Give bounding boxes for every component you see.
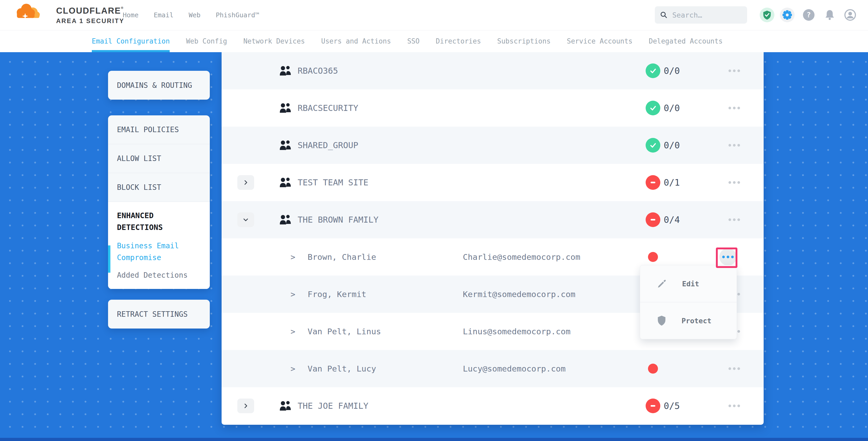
search-bar[interactable] <box>655 6 747 24</box>
group-icon <box>279 102 292 114</box>
status-alert-dot <box>648 364 658 374</box>
tab-users-and-actions[interactable]: Users and Actions <box>321 30 391 52</box>
status-alert-badge <box>646 175 660 190</box>
more-button[interactable] <box>718 89 750 127</box>
more-button-hover-circle <box>719 248 737 265</box>
sidebar-item-allow-list[interactable]: ALLOW LIST <box>108 144 210 173</box>
cloudflare-logo[interactable]: CLOUDFLARE® AREA 1 SECURITY <box>15 2 125 28</box>
check-icon <box>649 104 657 112</box>
tab-web-config[interactable]: Web Config <box>186 30 227 52</box>
nav-phishguard[interactable]: PhishGuard™ <box>216 11 259 19</box>
shield-check-icon <box>762 10 772 20</box>
settings-button[interactable] <box>780 8 795 22</box>
account-icon <box>844 9 857 21</box>
notifications-button[interactable] <box>823 8 837 22</box>
protection-count: 0/0 <box>664 52 680 89</box>
nav-home[interactable]: Home <box>123 11 138 19</box>
context-menu-item-edit[interactable]: Edit <box>640 265 737 302</box>
tab-subscriptions[interactable]: Subscriptions <box>497 30 551 52</box>
ellipsis-icon <box>722 256 734 258</box>
row-actions-context-menu: Edit Protect <box>640 265 737 339</box>
help-button[interactable]: ? <box>801 8 816 22</box>
sidebar-card-domains-routing: DOMAINS & ROUTING <box>108 71 210 100</box>
table-row: RBACO365 0/0 <box>222 52 764 89</box>
more-button[interactable] <box>718 387 750 424</box>
ellipsis-icon <box>728 144 740 147</box>
status-alert-badge <box>646 212 660 227</box>
primary-nav: Home Email Web PhishGuard™ <box>123 0 259 30</box>
group-icon <box>279 400 292 412</box>
check-icon <box>649 67 657 75</box>
nav-email[interactable]: Email <box>154 11 173 19</box>
tab-directories[interactable]: Directories <box>436 30 481 52</box>
ellipsis-icon <box>728 405 740 407</box>
member-email: Linus@somedemocorp.com <box>463 313 570 350</box>
sidebar-item-email-policies[interactable]: EMAIL POLICIES <box>108 115 210 144</box>
tab-email-configuration[interactable]: Email Configuration <box>92 30 170 52</box>
secondary-nav: Email Configuration Web Config Network D… <box>0 30 868 52</box>
table-row: THE BROWN FAMILY 0/4 <box>222 201 764 238</box>
ellipsis-icon <box>728 69 740 72</box>
brand-text: CLOUDFLARE® AREA 1 SECURITY <box>56 6 124 25</box>
member-name: Van Pelt, Lucy <box>308 350 376 387</box>
ellipsis-icon <box>728 218 740 221</box>
member-email: Charlie@somedemocorp.com <box>463 238 580 276</box>
more-button[interactable] <box>718 127 750 164</box>
member-email: Lucy@somedemocorp.com <box>463 350 566 387</box>
member-marker: > <box>290 313 295 350</box>
chevron-right-icon <box>243 403 248 409</box>
tab-delegated-accounts[interactable]: Delegated Accounts <box>649 30 723 52</box>
group-name: RBACO365 <box>298 52 338 89</box>
minus-icon <box>649 402 657 410</box>
group-icon <box>279 214 292 225</box>
sidebar-item-business-email-compromise[interactable]: Business Email Compromise <box>117 240 201 264</box>
group-icon <box>279 139 292 151</box>
tab-network-devices[interactable]: Network Devices <box>243 30 305 52</box>
sidebar-item-domains-routing[interactable]: DOMAINS & ROUTING <box>108 71 210 100</box>
group-icon <box>279 65 292 76</box>
protection-count: 0/0 <box>664 89 680 127</box>
table-row: > Van Pelt, Lucy Lucy@somedemocorp.com <box>222 350 764 387</box>
directory-table: RBACO365 0/0 RBACSECURITY 0/0 SHARED_GRO… <box>222 52 764 425</box>
group-name: TEST TEAM SITE <box>298 164 368 201</box>
table-row: RBACSECURITY 0/0 <box>222 89 764 127</box>
expand-row-button[interactable] <box>237 175 254 190</box>
sidebar-item-block-list[interactable]: BLOCK LIST <box>108 173 210 202</box>
sidebar-item-enhanced-detections[interactable]: ENHANCED DETECTIONS <box>117 210 201 233</box>
account-button[interactable] <box>843 8 858 22</box>
svg-text:?: ? <box>807 11 811 19</box>
member-email: Kermit@somedemocorp.com <box>463 276 575 313</box>
bottom-accent-strip <box>0 438 868 441</box>
brand-subtitle: AREA 1 SECURITY <box>56 17 124 25</box>
help-icon: ? <box>802 9 815 21</box>
protection-count: 0/1 <box>664 164 680 201</box>
search-icon <box>660 10 668 20</box>
minus-icon <box>649 216 657 224</box>
collapse-row-button[interactable] <box>237 212 254 227</box>
gear-icon <box>782 10 793 20</box>
nav-web[interactable]: Web <box>189 11 200 19</box>
context-menu-item-protect[interactable]: Protect <box>640 302 737 339</box>
group-name: RBACSECURITY <box>298 89 358 127</box>
more-button[interactable] <box>718 201 750 238</box>
status-ok-badge <box>646 101 660 115</box>
search-input[interactable] <box>672 11 742 20</box>
app-header: CLOUDFLARE® AREA 1 SECURITY Home Email W… <box>0 0 868 30</box>
status-ok-badge <box>646 63 660 78</box>
cloudflare-cloud-icon <box>15 3 41 21</box>
minus-icon <box>649 178 657 187</box>
shield-icon <box>657 315 666 326</box>
more-button[interactable] <box>718 350 750 387</box>
sidebar-item-added-detections[interactable]: Added Detections <box>117 271 201 280</box>
member-marker: > <box>290 276 295 313</box>
sidebar-item-retract-settings[interactable]: RETRACT SETTINGS <box>108 300 210 328</box>
tab-service-accounts[interactable]: Service Accounts <box>567 30 632 52</box>
more-button[interactable] <box>718 52 750 89</box>
group-name: THE JOE FAMILY <box>298 387 368 424</box>
group-icon <box>279 177 292 188</box>
more-button[interactable] <box>718 164 750 201</box>
group-name: SHARED_GROUP <box>298 127 358 164</box>
security-status-button[interactable] <box>760 8 774 22</box>
tab-sso[interactable]: SSO <box>407 30 420 52</box>
expand-row-button[interactable] <box>237 399 254 413</box>
